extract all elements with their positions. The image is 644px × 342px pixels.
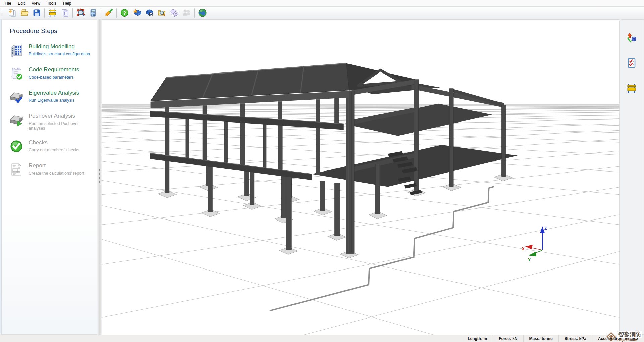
print-preview-button[interactable] [59, 7, 71, 18]
step-subtitle: Code-based parameters [29, 75, 79, 80]
main-3d-viewport[interactable]: Z X Y [102, 19, 619, 335]
eigenvalue-beam-icon [9, 89, 24, 104]
step-building-modelling[interactable]: Building Modelling Building's structural… [9, 43, 94, 58]
step-checks[interactable]: Checks Carry out members' checks [9, 139, 94, 154]
svg-text:?: ? [123, 10, 126, 16]
step-title: Code Requirements [29, 66, 79, 73]
frame-element-button[interactable] [625, 82, 638, 95]
menu-bar: File Edit View Tools Help [0, 0, 644, 7]
step-report[interactable]: Report Create the calculations' report [9, 162, 94, 177]
view-displacement-cube-icon [626, 32, 637, 43]
model-3d-search-button[interactable] [74, 7, 87, 18]
website-globe-icon [198, 8, 207, 17]
step-subtitle: Run Eigenvalue analysis [29, 98, 79, 103]
step-pushover-analysis[interactable]: Pushover Analysis Run the selected Pusho… [9, 112, 94, 131]
step-title: Report [29, 162, 84, 169]
toolbar-separator [101, 8, 101, 18]
panel-splitter[interactable] [97, 19, 102, 335]
run-checklist-icon [626, 57, 637, 69]
building-icon [9, 43, 24, 58]
manual-book-button[interactable] [131, 7, 143, 18]
step-eigenvalue-analysis[interactable]: Eigenvalue Analysis Run Eigenvalue analy… [9, 89, 94, 104]
menu-file[interactable]: File [1, 0, 14, 6]
frame-view-icon [48, 8, 57, 17]
step-subtitle: Create the calculations' report [29, 171, 84, 176]
frame-view-button[interactable] [46, 7, 58, 18]
help-icon: ? [120, 8, 129, 17]
status-stress-unit: Stress: kPa [558, 335, 592, 342]
toolbar-separator [194, 8, 195, 18]
menu-tools[interactable]: Tools [44, 0, 60, 6]
checks-icon [9, 139, 24, 154]
axis-triad: Z X Y [522, 226, 547, 262]
model-3d-search-icon [76, 8, 85, 17]
paint-brush-button[interactable] [103, 7, 115, 18]
toolbar-separator [72, 8, 73, 18]
menu-view[interactable]: View [28, 0, 44, 6]
step-subtitle: Run the selected Pushover analyses [29, 121, 94, 131]
axis-x-label: X [522, 247, 525, 251]
axis-y-label: Y [528, 258, 531, 262]
step-title: Eigenvalue Analysis [29, 90, 79, 96]
help-button[interactable]: ? [118, 7, 130, 18]
code-scroll-icon [9, 66, 24, 81]
step-title: Building Modelling [29, 43, 90, 50]
step-code-requirements[interactable]: Code Requirements Code-based parameters [9, 66, 94, 81]
paint-brush-icon [104, 8, 113, 17]
splitter-grip-dots [99, 169, 100, 185]
right-toolbar [619, 19, 644, 335]
examples-search-icon [157, 8, 166, 17]
website-globe-button[interactable] [196, 7, 208, 18]
ground-grid [102, 104, 619, 335]
new-document-button[interactable] [6, 7, 18, 18]
frame-element-icon [626, 83, 637, 94]
run-checklist-button[interactable] [625, 57, 638, 69]
status-acceleration-unit: Acceleration: m/sec2 [592, 335, 644, 342]
feedback-comments-icon [170, 8, 179, 17]
toolbar-separator [116, 8, 117, 18]
toolbar-separator [44, 8, 45, 18]
main-area: Procedure Steps Building Modelling Build… [0, 19, 644, 335]
step-title: Checks [29, 139, 79, 146]
verification-book-icon [145, 8, 154, 17]
step-title: Pushover Analysis [29, 113, 94, 119]
support-button[interactable] [180, 7, 193, 18]
menu-edit[interactable]: Edit [14, 0, 28, 6]
new-document-icon [7, 8, 16, 17]
save-button[interactable] [31, 7, 43, 18]
procedure-steps-panel: Procedure Steps Building Modelling Build… [1, 19, 97, 335]
sidebar-title: Procedure Steps [10, 27, 94, 35]
status-mass-unit: Mass: tonne [523, 335, 558, 342]
step-subtitle: Building's structural configuration [29, 52, 90, 56]
calculator-icon [89, 8, 98, 17]
open-folder-button[interactable] [18, 7, 30, 18]
status-force-unit: Force: kN [493, 335, 523, 342]
verification-book-button[interactable] [143, 7, 155, 18]
support-disabled-icon [182, 8, 191, 17]
examples-search-button[interactable] [156, 7, 168, 18]
manual-book-icon [132, 8, 142, 17]
save-icon [32, 8, 41, 17]
print-preview-icon [60, 8, 69, 17]
axis-z-label: Z [544, 226, 547, 231]
feedback-comments-button[interactable] [168, 7, 180, 18]
report-icon [9, 162, 24, 177]
building-model [150, 63, 518, 311]
3d-scene: Z X Y [102, 20, 619, 335]
open-folder-icon [20, 8, 29, 17]
status-length-unit: Length: m [462, 335, 493, 342]
pushover-beam-icon [9, 112, 24, 127]
main-toolbar: ? [0, 7, 644, 19]
step-subtitle: Carry out members' checks [29, 148, 79, 152]
status-bar: Length: m Force: kN Mass: tonne Stress: … [0, 335, 644, 342]
calculator-button[interactable] [87, 7, 99, 18]
menu-help[interactable]: Help [60, 0, 75, 6]
view-displacement-button[interactable] [625, 31, 638, 44]
toolbar-grip[interactable] [2, 9, 4, 17]
